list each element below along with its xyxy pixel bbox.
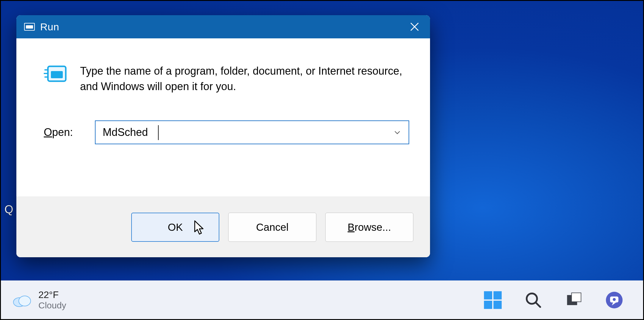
weather-widget[interactable]: 22°F Cloudy bbox=[12, 290, 66, 310]
cursor-icon bbox=[194, 220, 205, 238]
desktop-icon-label-fragment: Q bbox=[4, 203, 13, 216]
run-titlebar-icon bbox=[24, 23, 35, 31]
svg-point-7 bbox=[19, 296, 31, 306]
browse-button[interactable]: Browse... bbox=[325, 213, 413, 242]
desktop-wallpaper: Q Run bbox=[1, 1, 643, 319]
taskbar: 22°F Cloudy bbox=[1, 280, 643, 319]
run-dialog: Run Type the name of a program, folder, … bbox=[16, 15, 430, 257]
svg-rect-9 bbox=[493, 291, 502, 299]
task-view-button[interactable] bbox=[562, 288, 585, 312]
svg-rect-5 bbox=[51, 71, 63, 78]
svg-rect-10 bbox=[484, 301, 492, 309]
svg-rect-1 bbox=[26, 25, 33, 29]
search-button[interactable] bbox=[522, 288, 545, 312]
dialog-body: Type the name of a program, folder, docu… bbox=[16, 38, 430, 197]
svg-line-13 bbox=[536, 302, 540, 307]
svg-point-18 bbox=[613, 298, 616, 301]
close-button[interactable] bbox=[406, 18, 423, 36]
chat-button[interactable] bbox=[603, 288, 626, 312]
dialog-title: Run bbox=[40, 21, 406, 33]
cancel-button[interactable]: Cancel bbox=[228, 213, 316, 242]
weather-temperature: 22°F bbox=[38, 290, 66, 300]
dialog-button-bar: OK Cancel Browse... bbox=[16, 197, 430, 257]
svg-rect-15 bbox=[572, 293, 581, 302]
run-icon bbox=[44, 65, 67, 85]
open-input[interactable] bbox=[103, 126, 391, 139]
weather-cloud-icon bbox=[12, 292, 32, 308]
dialog-hint-text: Type the name of a program, folder, docu… bbox=[80, 63, 409, 94]
open-combobox[interactable] bbox=[95, 120, 409, 144]
titlebar[interactable]: Run bbox=[16, 15, 430, 38]
svg-rect-8 bbox=[484, 291, 492, 299]
text-caret bbox=[158, 125, 159, 140]
weather-condition: Cloudy bbox=[38, 300, 66, 310]
open-label: Open: bbox=[44, 126, 95, 139]
chevron-down-icon[interactable] bbox=[391, 126, 403, 138]
ok-button[interactable]: OK bbox=[131, 213, 219, 242]
svg-rect-11 bbox=[493, 301, 502, 309]
start-button[interactable] bbox=[481, 288, 504, 312]
